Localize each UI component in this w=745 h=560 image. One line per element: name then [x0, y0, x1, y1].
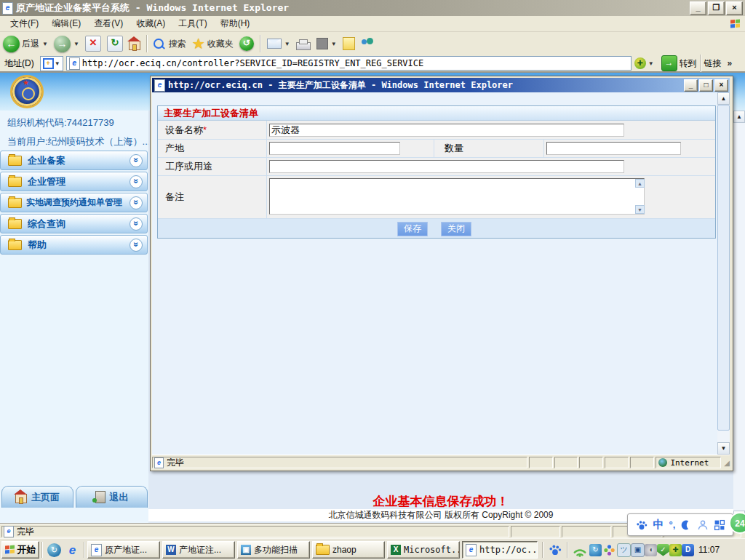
- messenger-button[interactable]: [358, 36, 377, 51]
- mail-icon: [267, 39, 282, 49]
- address-input[interactable]: e http://ocr.eciq.cn/controller?SERVICE_…: [66, 56, 632, 71]
- task-ie-icon: e: [466, 544, 477, 556]
- exit-tab[interactable]: 退出: [76, 486, 148, 508]
- print-button[interactable]: [293, 36, 314, 52]
- process-label-cell: 工序或用途: [158, 158, 267, 175]
- required-mark: *: [203, 124, 207, 135]
- sidebar-item-field-survey[interactable]: 实地调查预约通知单管理 »: [0, 193, 148, 212]
- main-scrollbar[interactable]: ▲ ▼: [733, 111, 745, 523]
- ime-chinese-mode[interactable]: 中: [653, 518, 664, 532]
- notes-button[interactable]: [340, 36, 358, 52]
- baidu-paw-icon[interactable]: [635, 519, 648, 531]
- sidebar-item-enterprise-registry[interactable]: 企业备案 »: [0, 151, 148, 170]
- chevron-double-down-icon[interactable]: »: [130, 154, 143, 167]
- home-button[interactable]: [126, 36, 143, 52]
- refresh-button[interactable]: ↻: [104, 34, 126, 53]
- tray-volume-icon[interactable]: ◖: [645, 544, 657, 556]
- menu-tools[interactable]: 工具(T): [172, 16, 212, 31]
- quicklaunch-browser-icon[interactable]: ↻: [47, 543, 61, 557]
- sidebar-item-label: 综合查询: [28, 217, 130, 231]
- quicklaunch-ie-icon[interactable]: e: [65, 543, 79, 557]
- popup-close-button[interactable]: ×: [714, 79, 728, 92]
- links-label[interactable]: 链接: [704, 57, 722, 70]
- favorites-button[interactable]: ★ 收藏夹: [189, 33, 236, 54]
- internet-globe-icon: [658, 458, 667, 467]
- origin-input[interactable]: [269, 142, 400, 155]
- menu-file[interactable]: 文件(F): [4, 16, 44, 31]
- sidebar-item-enterprise-management[interactable]: 企业管理 »: [0, 172, 148, 191]
- origin-quantity-row: 产地 数量: [158, 140, 715, 158]
- process-input[interactable]: [269, 160, 624, 173]
- sidebar: 组织机构代码:744217739 当前用户:纪州喷码技术（上海）... 企业备案…: [0, 111, 148, 523]
- home-page-tab[interactable]: 主页面: [1, 486, 73, 508]
- ime-moon-icon[interactable]: [680, 519, 692, 531]
- tray-update-icon[interactable]: ↻: [589, 544, 602, 556]
- links-chevron-icon[interactable]: »: [728, 58, 733, 68]
- address-shield-button[interactable]: + ▼: [40, 56, 63, 71]
- ime-notification-badge[interactable]: 24: [729, 512, 745, 534]
- tray-pinwheel-icon[interactable]: [603, 544, 615, 556]
- mail-button[interactable]: ▼: [264, 37, 293, 50]
- quantity-input[interactable]: [546, 142, 681, 155]
- menu-favorites[interactable]: 收藏(A): [130, 16, 171, 31]
- task-popup-window[interactable]: e http://oc...: [462, 541, 538, 559]
- chevron-double-down-icon[interactable]: »: [130, 175, 143, 188]
- resize-grip-icon[interactable]: ◢: [724, 459, 730, 467]
- task-scanner[interactable]: ▣ 多功能扫描: [237, 541, 310, 559]
- remark-textarea[interactable]: [269, 178, 645, 215]
- ime-user-icon[interactable]: [697, 519, 709, 531]
- chevron-double-down-icon[interactable]: »: [130, 217, 143, 231]
- task-excel[interactable]: X Microsoft...: [387, 541, 460, 559]
- ime-punctuation[interactable]: °,: [669, 519, 676, 530]
- main-window-title: 原产地证企业备案平台系统 - Windows Internet Explorer: [16, 1, 289, 15]
- tray-network-activity-icon[interactable]: ツ: [617, 543, 631, 557]
- scroll-up-icon[interactable]: ▲: [733, 111, 745, 123]
- forward-button[interactable]: → ▼: [51, 34, 82, 54]
- edit-button[interactable]: ▼: [314, 36, 340, 51]
- folder-icon: [8, 219, 22, 229]
- menu-edit[interactable]: 编辑(E): [46, 16, 87, 31]
- taskbar-clock[interactable]: 11:07: [698, 545, 720, 555]
- search-button[interactable]: 搜索: [151, 36, 189, 52]
- tray-shield-icon[interactable]: ✓: [657, 544, 669, 556]
- tray-baidu-paw-icon[interactable]: [548, 543, 562, 556]
- close-form-button[interactable]: 关闭: [441, 222, 471, 236]
- ime-grid-icon[interactable]: [714, 519, 725, 531]
- device-name-input[interactable]: [269, 124, 624, 137]
- tray-wifi-icon[interactable]: [572, 543, 588, 557]
- go-button[interactable]: → 转到: [661, 55, 697, 71]
- popup-scroll-down-icon[interactable]: ▼: [717, 442, 730, 455]
- tray-lan-icon[interactable]: ▣: [631, 543, 645, 557]
- popup-maximize-button[interactable]: □: [699, 79, 713, 92]
- popup-ie-icon: e: [154, 79, 165, 92]
- textarea-scroll-up-icon[interactable]: ▲: [635, 179, 645, 188]
- sidebar-item-help[interactable]: 帮助 »: [0, 235, 148, 255]
- history-button[interactable]: ↺: [236, 35, 257, 52]
- menu-help[interactable]: 帮助(H): [215, 16, 256, 31]
- minimize-button[interactable]: _: [690, 1, 706, 15]
- tray-coin-icon[interactable]: ✚: [669, 544, 682, 556]
- restore-button[interactable]: ❐: [708, 1, 725, 15]
- stop-button[interactable]: ✕: [82, 34, 104, 53]
- menu-view[interactable]: 查看(V): [88, 16, 129, 31]
- popup-scroll-up-icon[interactable]: ▲: [717, 92, 730, 105]
- popup-scrollbar[interactable]: ▲ ▼: [717, 92, 730, 455]
- chevron-double-down-icon[interactable]: »: [130, 196, 143, 209]
- close-button[interactable]: ×: [726, 1, 743, 15]
- start-button[interactable]: 开始: [1, 541, 39, 559]
- tray-thunder-icon[interactable]: D: [682, 544, 694, 556]
- popup-title-bar[interactable]: e http://ocr.eciq.cn - 主要生产加工设备清单 - Wind…: [152, 78, 730, 92]
- task-origin-cert-site[interactable]: e 原产地证...: [87, 541, 160, 559]
- address-dropdown-icon[interactable]: ▼: [647, 60, 656, 68]
- sidebar-item-comprehensive-query[interactable]: 综合查询 »: [0, 214, 148, 233]
- edit-dropdown-icon: ▼: [331, 41, 337, 47]
- chevron-double-down-icon[interactable]: »: [130, 239, 143, 252]
- task-folder-zhaop[interactable]: zhaop: [312, 541, 385, 559]
- popup-scroll-thumb[interactable]: [717, 105, 730, 431]
- save-button[interactable]: 保存: [397, 222, 428, 236]
- textarea-scroll-down-icon[interactable]: ▼: [635, 205, 645, 214]
- back-button[interactable]: ← 后退 ▼: [0, 34, 51, 54]
- popup-minimize-button[interactable]: _: [684, 79, 698, 92]
- address-option-icon[interactable]: ✚: [634, 57, 646, 69]
- task-word-document[interactable]: W 产地证注...: [162, 541, 235, 559]
